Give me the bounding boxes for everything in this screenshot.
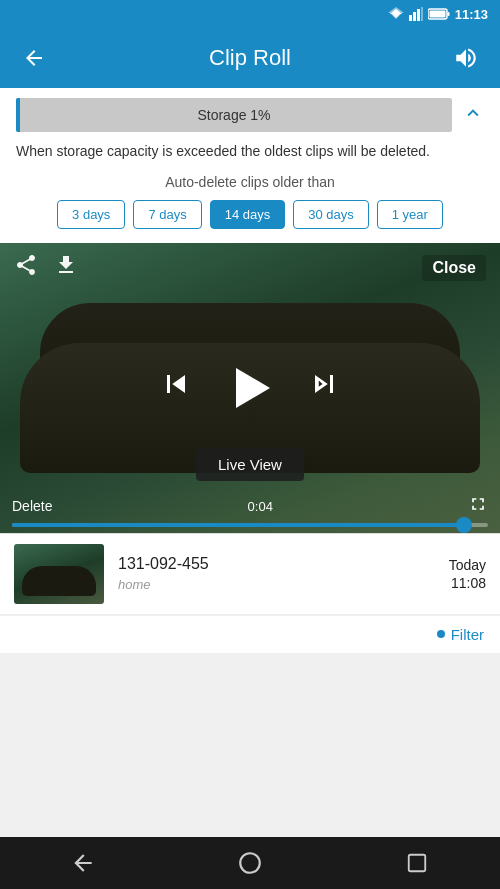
app-bar: Clip Roll	[0, 28, 500, 88]
bottom-nav	[0, 837, 500, 889]
video-progress-thumb	[456, 517, 472, 533]
video-top-controls: Close	[0, 243, 500, 293]
duration-1year[interactable]: 1 year	[377, 200, 443, 229]
status-icons: 11:13	[388, 7, 488, 22]
share-button[interactable]	[14, 253, 38, 283]
signal-icon	[409, 7, 423, 21]
duration-14days[interactable]: 14 days	[210, 200, 286, 229]
storage-bar-fill	[16, 98, 20, 132]
nav-square-button[interactable]	[392, 838, 442, 888]
clip-date: Today	[449, 557, 486, 573]
svg-marker-1	[388, 7, 404, 19]
status-time: 11:13	[455, 7, 488, 22]
status-bar: 11:13	[0, 0, 500, 28]
storage-chevron[interactable]	[462, 102, 484, 129]
video-progress-bar[interactable]	[12, 523, 488, 527]
svg-rect-8	[447, 12, 449, 16]
fullscreen-button[interactable]	[468, 494, 488, 519]
svg-rect-5	[421, 7, 423, 21]
filter-button[interactable]: Filter	[437, 626, 484, 643]
delete-button[interactable]: Delete	[12, 498, 52, 514]
storage-label: Storage 1%	[197, 107, 270, 123]
play-triangle	[236, 368, 270, 408]
download-button[interactable]	[54, 253, 78, 283]
clip-thumb-sofa	[22, 566, 96, 596]
nav-back-button[interactable]	[58, 838, 108, 888]
storage-bar-row: Storage 1%	[16, 98, 484, 132]
live-view-button[interactable]: Live View	[196, 448, 304, 481]
nav-home-button[interactable]	[225, 838, 275, 888]
storage-bar-container: Storage 1%	[16, 98, 452, 132]
clip-location: home	[118, 577, 435, 592]
play-button[interactable]	[224, 362, 276, 414]
page-title: Clip Roll	[209, 45, 291, 71]
svg-rect-3	[413, 12, 416, 21]
svg-rect-4	[417, 9, 420, 21]
volume-button[interactable]	[448, 40, 484, 76]
duration-30days[interactable]: 30 days	[293, 200, 369, 229]
clip-item[interactable]: 131-092-455 home Today 11:08	[0, 534, 500, 615]
video-player: Close Live View Delete 0:04	[0, 243, 500, 533]
video-top-left	[14, 253, 78, 283]
storage-section: Storage 1% When storage capacity is exce…	[0, 88, 500, 243]
storage-warning: When storage capacity is exceeded the ol…	[16, 142, 484, 162]
video-bottom-row: Delete 0:04	[12, 494, 488, 519]
filter-dot	[437, 630, 445, 638]
wifi-icon	[388, 7, 404, 21]
video-center-controls	[158, 362, 342, 414]
svg-rect-7	[429, 11, 445, 18]
video-bottom-controls: Delete 0:04	[0, 488, 500, 533]
autodelete-label: Auto-delete clips older than	[16, 174, 484, 190]
duration-7days[interactable]: 7 days	[133, 200, 201, 229]
filter-row: Filter	[0, 615, 500, 653]
duration-buttons: 3 days 7 days 14 days 30 days 1 year	[16, 200, 484, 229]
close-button[interactable]: Close	[422, 255, 486, 281]
svg-rect-10	[408, 855, 425, 872]
back-button[interactable]	[16, 40, 52, 76]
filter-label: Filter	[451, 626, 484, 643]
clip-time-info: Today 11:08	[449, 557, 486, 591]
clip-time: 11:08	[449, 575, 486, 591]
clip-list: 131-092-455 home Today 11:08	[0, 533, 500, 615]
clip-info: 131-092-455 home	[118, 555, 435, 592]
clip-id: 131-092-455	[118, 555, 435, 573]
video-time: 0:04	[248, 499, 273, 514]
skip-back-button[interactable]	[158, 366, 194, 409]
battery-icon	[428, 8, 450, 20]
video-progress-fill	[12, 523, 464, 527]
skip-forward-button[interactable]	[306, 366, 342, 409]
svg-rect-2	[409, 15, 412, 21]
duration-3days[interactable]: 3 days	[57, 200, 125, 229]
clip-thumbnail	[14, 544, 104, 604]
svg-point-9	[240, 853, 260, 873]
